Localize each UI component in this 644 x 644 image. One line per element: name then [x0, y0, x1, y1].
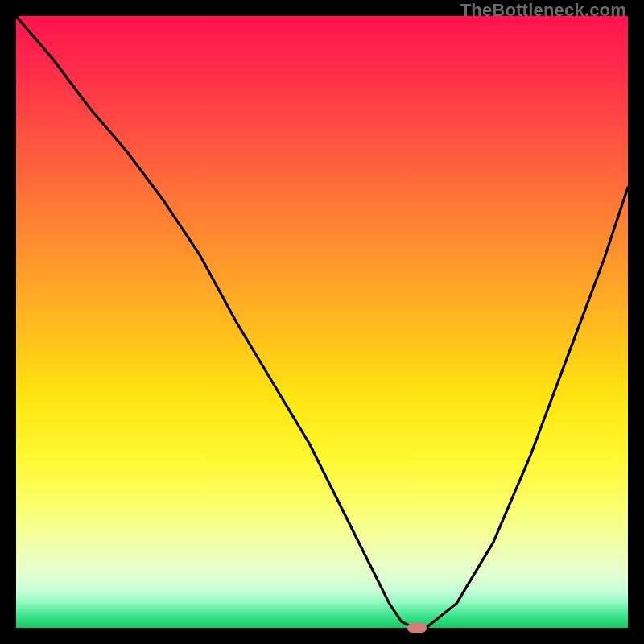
chart-frame: TheBottleneck.com [0, 0, 644, 644]
plot-area [16, 16, 628, 628]
optimal-point-marker [407, 623, 427, 633]
bottleneck-curve [16, 16, 628, 628]
